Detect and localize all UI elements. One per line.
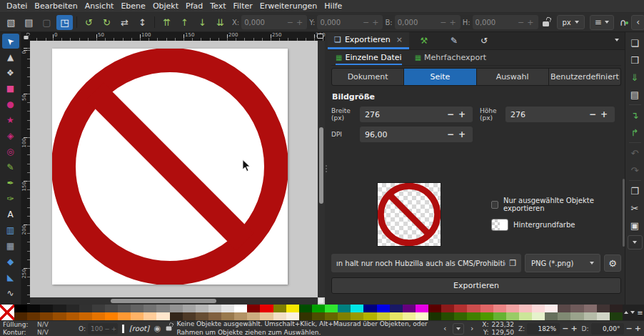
palette-swatch[interactable] — [481, 305, 493, 312]
lock-ratio-icon[interactable] — [543, 16, 549, 29]
dialog-tab-tool-icon[interactable]: ⚒ — [409, 32, 439, 49]
zoom-to-selection-icon[interactable]: ◳ — [56, 15, 73, 30]
plus-button[interactable]: + — [525, 18, 535, 27]
palette-swatch[interactable] — [208, 312, 221, 320]
palette-swatch[interactable] — [325, 305, 338, 312]
calligraphy-tool[interactable]: ✑ — [2, 191, 19, 206]
export-height-field[interactable]: 276−+ — [505, 107, 615, 122]
palette-swatch[interactable] — [584, 312, 597, 320]
export-button[interactable]: Exportieren — [331, 277, 621, 294]
palette-swatch[interactable] — [286, 305, 299, 312]
rotation-plus-button[interactable]: + — [635, 324, 641, 333]
rectangle-tool[interactable]: ■ — [2, 81, 19, 96]
flip-vertical-icon[interactable]: ↕ — [134, 15, 151, 30]
area-dokument-button[interactable]: Dokument — [331, 68, 404, 86]
ruler-lock-icon[interactable] — [21, 32, 30, 41]
scrollbar-corner-button[interactable] — [318, 298, 323, 303]
text-tool[interactable]: A — [2, 207, 19, 222]
palette-swatch[interactable] — [363, 312, 376, 320]
rotation-value[interactable]: 0,00° — [591, 323, 624, 335]
palette-swatch[interactable] — [325, 312, 338, 320]
menu-datei[interactable]: Datei — [6, 1, 27, 11]
palette-swatch[interactable] — [131, 305, 144, 312]
prohibition-sign[interactable] — [52, 49, 288, 285]
palette-menu-icon[interactable]: ≡ — [637, 309, 642, 317]
palette-swatch[interactable] — [208, 305, 221, 312]
width-field[interactable]: B:0,000−+ — [385, 15, 460, 29]
palette-swatch[interactable] — [441, 305, 454, 312]
snap-toggle-icon[interactable]: ∩ — [620, 17, 627, 28]
plus-button[interactable]: + — [598, 109, 610, 119]
layer-visibility-icon[interactable]: ◉ — [154, 324, 161, 333]
palette-swatch[interactable] — [196, 312, 208, 320]
palette-swatch[interactable] — [14, 312, 27, 320]
tab-exportieren[interactable]: ❏ Exportieren × — [328, 32, 409, 49]
canvas-viewport[interactable] — [30, 41, 325, 305]
palette-swatch[interactable] — [610, 305, 623, 312]
menu-erweiterungen[interactable]: Erweiterungen — [260, 1, 318, 11]
lower-to-bottom-icon[interactable]: ⇊ — [212, 15, 228, 30]
x-field-input[interactable]: 0,000−+ — [241, 15, 307, 29]
palette-swatch[interactable] — [312, 312, 325, 320]
palette-scroll-up-icon[interactable] — [624, 311, 628, 314]
palette-swatch[interactable] — [156, 312, 169, 320]
selector-tool[interactable]: ➤ — [2, 34, 19, 49]
palette-swatch[interactable] — [416, 305, 428, 312]
previous-page-button[interactable]: ‹ — [439, 323, 451, 335]
gradient-tool[interactable]: ▥ — [2, 222, 19, 237]
palette-swatch[interactable] — [131, 312, 144, 320]
palette-swatch[interactable] — [597, 305, 610, 312]
rotate-cw-icon[interactable]: ↻ — [99, 15, 115, 30]
palette-swatch[interactable] — [105, 312, 118, 320]
plus-button[interactable]: + — [448, 18, 457, 27]
palette-swatch[interactable] — [570, 312, 583, 320]
palette-swatch[interactable] — [27, 312, 40, 320]
palette-swatch[interactable] — [299, 312, 312, 320]
palette-swatch[interactable] — [390, 305, 403, 312]
palette-swatch[interactable] — [558, 312, 570, 320]
area-auswahl-button[interactable]: Auswahl — [477, 68, 549, 86]
palette-swatch[interactable] — [390, 312, 403, 320]
plus-button[interactable]: + — [371, 18, 380, 27]
mesh-gradient-tool[interactable]: ▦ — [2, 238, 19, 253]
star-tool[interactable]: ★ — [2, 112, 19, 127]
palette-swatch[interactable] — [545, 312, 558, 320]
palette-swatch[interactable] — [273, 305, 286, 312]
minus-button[interactable]: − — [286, 18, 295, 27]
palette-swatch[interactable] — [610, 312, 623, 320]
panel-scrollbar[interactable] — [623, 179, 625, 247]
vertical-scrollbar-thumb[interactable] — [319, 127, 323, 204]
more-commands-icon[interactable] — [628, 235, 643, 249]
zoom-value[interactable]: 182% — [527, 323, 560, 335]
page-selector-dropdown[interactable] — [453, 323, 464, 335]
palette-swatch[interactable] — [14, 305, 27, 312]
deselect-icon[interactable]: ▢ — [39, 15, 55, 30]
print-icon[interactable]: ▤ — [628, 87, 643, 102]
copy-icon[interactable]: ❐ — [628, 184, 643, 198]
minus-button[interactable]: − — [516, 18, 525, 27]
palette-swatch[interactable] — [428, 305, 441, 312]
current-layer-dropdown[interactable]: [root] — [129, 325, 149, 332]
palette-swatch[interactable] — [351, 312, 363, 320]
palette-swatch[interactable] — [221, 312, 234, 320]
menu-ebene[interactable]: Ebene — [121, 1, 145, 11]
paste-icon[interactable]: ▣ — [628, 218, 643, 232]
node-tool[interactable]: ▲ — [2, 49, 19, 64]
palette-swatch[interactable] — [170, 312, 183, 320]
palette-swatch[interactable] — [428, 312, 441, 320]
palette-swatch[interactable] — [273, 312, 286, 320]
horizontal-scrollbar-thumb[interactable] — [111, 299, 216, 303]
document-page[interactable] — [52, 49, 288, 285]
open-document-icon[interactable]: ❒ — [628, 53, 643, 67]
palette-swatch[interactable] — [416, 312, 428, 320]
menu-bearbeiten[interactable]: Bearbeiten — [34, 1, 77, 11]
menu-objekt[interactable]: Objekt — [153, 1, 178, 11]
palette-swatch[interactable] — [493, 305, 506, 312]
box3d-tool[interactable]: ◈ — [2, 128, 19, 143]
palette-swatch[interactable] — [506, 312, 519, 320]
area-benutzerdefiniert-button[interactable]: Benutzerdefiniert — [549, 68, 621, 86]
fill-stroke-indicator[interactable]: Füllung:N/V Kontur:N/V — [3, 321, 74, 336]
palette-swatch[interactable] — [170, 305, 183, 312]
palette-swatch[interactable] — [66, 305, 79, 312]
dropper-tool[interactable]: ◆ — [2, 254, 19, 269]
